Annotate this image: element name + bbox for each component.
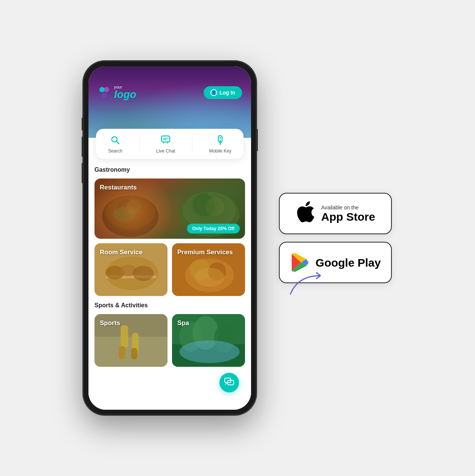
svg-point-16 (113, 207, 136, 222)
chat-fab-icon (224, 378, 234, 388)
mobile-key-action[interactable]: Mobile Key (209, 134, 231, 154)
sports-grid: Sports (94, 314, 245, 367)
logo-icon (97, 86, 111, 99)
search-action[interactable]: Search (108, 134, 122, 154)
app-header: your logo 👤 Log In (88, 66, 251, 138)
silent-button (82, 117, 83, 131)
arrow-decoration (286, 268, 332, 298)
chat-icon (160, 134, 172, 146)
login-button[interactable]: 👤 Log In (204, 86, 242, 99)
svg-point-13 (106, 195, 155, 229)
header-content: your logo 👤 Log In (88, 66, 251, 100)
gastronomy-grid: Room Service (94, 243, 245, 296)
chat-fab[interactable] (219, 373, 239, 392)
google-play-main: Google Play (315, 256, 381, 269)
sports-card[interactable]: Sports (94, 314, 167, 367)
divider-2 (192, 136, 192, 152)
restaurants-badge: Only Today 20% Off (187, 224, 240, 233)
logo-area: your logo (97, 85, 136, 100)
sports-label: Sports (100, 319, 120, 327)
google-play-text: Google Play (315, 256, 381, 269)
premium-services-label: Premium Services (177, 249, 233, 256)
svg-point-15 (126, 199, 142, 214)
svg-point-1 (104, 87, 109, 92)
volume-down-button (82, 163, 83, 183)
spa-card[interactable]: Spa (172, 314, 245, 367)
mobile-key-label: Mobile Key (209, 148, 231, 154)
svg-point-0 (99, 87, 105, 92)
power-button (256, 129, 258, 151)
svg-point-19 (192, 194, 215, 216)
phone-content: Gastronomy (88, 159, 251, 410)
apple-icon (295, 200, 315, 227)
logo-text: your logo (114, 85, 136, 100)
app-store-badge[interactable]: Available on the App Store (279, 193, 392, 234)
svg-point-11 (219, 137, 221, 139)
room-service-card[interactable]: Room Service (94, 243, 167, 296)
divider-1 (139, 136, 140, 152)
restaurants-label: Restaurants (100, 184, 137, 191)
premium-services-card[interactable]: Premium Services (172, 243, 245, 296)
svg-point-20 (206, 197, 224, 216)
app-store-main: App Store (321, 211, 375, 223)
restaurants-card[interactable]: Restaurants Only Today 20% Off (94, 178, 245, 239)
phone-mockup: your logo 👤 Log In (83, 61, 256, 415)
svg-point-14 (117, 199, 136, 218)
live-chat-label: Live Chat (156, 148, 175, 154)
app-store-text: Available on the App Store (321, 204, 375, 223)
app-store-sub: Available on the (321, 204, 375, 211)
svg-point-12 (102, 195, 158, 237)
live-chat-action[interactable]: Live Chat (156, 134, 175, 154)
search-label: Search (108, 148, 122, 154)
room-service-label: Room Service (100, 249, 142, 256)
svg-line-4 (117, 142, 119, 144)
svg-point-2 (101, 93, 107, 98)
volume-up-button (82, 136, 83, 157)
apple-logo (295, 200, 315, 224)
spa-label: Spa (177, 319, 189, 327)
key-icon (214, 134, 226, 146)
sports-activities-title: Sports & Activities (94, 302, 245, 309)
search-icon (109, 134, 121, 146)
main-scene: your logo 👤 Log In (83, 61, 392, 415)
store-badges-container: Available on the App Store Google Play (279, 193, 392, 283)
quick-actions-bar: Search Live Chat (96, 129, 244, 159)
user-icon: 👤 (210, 89, 217, 96)
phone-screen: your logo 👤 Log In (88, 66, 251, 410)
logo-main: logo (114, 89, 136, 100)
gastronomy-title: Gastronomy (94, 166, 245, 173)
svg-rect-5 (161, 136, 170, 142)
